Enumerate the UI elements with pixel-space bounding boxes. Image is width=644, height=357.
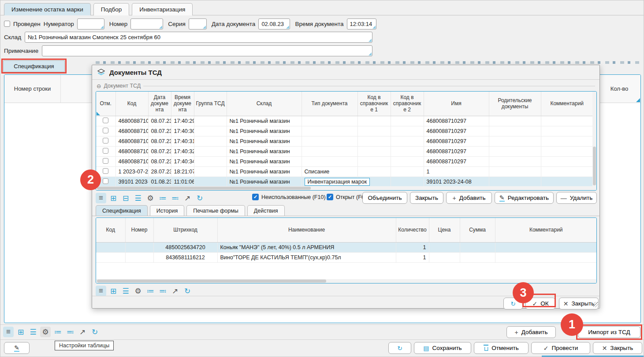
numbered-list-icon[interactable]: ≔: [157, 193, 168, 203]
numbered-list-icon[interactable]: ≔: [52, 327, 63, 337]
doc-table-hscrollbar[interactable]: [96, 186, 596, 190]
col-parents[interactable]: Родительские документы: [489, 92, 541, 116]
edit-doc-button[interactable]: ✎Редактировать: [495, 192, 554, 204]
col-spec-sum[interactable]: Сумма: [460, 218, 495, 242]
table-row[interactable]: 468008871029708.07.2317:40:29№1 Розничны…: [96, 116, 593, 126]
cell-otm[interactable]: [96, 136, 115, 146]
refresh-icon[interactable]: ↻: [194, 193, 205, 203]
doc-table-vscrollbar[interactable]: [592, 92, 596, 186]
tab-history[interactable]: История: [150, 205, 184, 216]
refresh-icon[interactable]: ↻: [89, 327, 100, 337]
cell-otm[interactable]: [96, 146, 115, 156]
doc-time-input[interactable]: 12:03:14: [347, 18, 376, 29]
export-icon[interactable]: ↗: [170, 286, 180, 296]
col-spec-comment[interactable]: Комментарий: [495, 218, 597, 242]
table-row[interactable]: 468008871029708.07.2317:40:32№1 Розничны…: [96, 146, 593, 156]
col-row-number[interactable]: Номер строки: [4, 75, 61, 103]
table-row[interactable]: 39101 2023-24-0801.08.2311:01:06№1 Розни…: [96, 177, 593, 187]
specification-section-button[interactable]: Спецификация: [3, 60, 65, 72]
row-checkbox[interactable]: [103, 158, 108, 164]
settings-gear-icon[interactable]: ⚙: [145, 193, 156, 203]
row-checkbox[interactable]: [103, 178, 108, 184]
add-row-icon[interactable]: ≕: [65, 327, 75, 337]
col-doc-type[interactable]: Тип документа: [302, 92, 357, 116]
filter-open[interactable]: ✓ Открыт (F6): [327, 194, 366, 200]
table-row[interactable]: 8436581116212Вино"ТОРЕ ДЕ КАСТИЛЬЯ ТЕМП"…: [96, 252, 597, 262]
close-window-button[interactable]: ✕Закрыть: [593, 342, 642, 354]
cell-otm[interactable]: [96, 116, 115, 126]
col-doc-time[interactable]: Время документа: [171, 92, 194, 116]
post-button[interactable]: ✓Провести: [531, 342, 590, 354]
numbered-list-icon[interactable]: ≔: [145, 286, 156, 296]
settings-gear-icon[interactable]: ⚙: [133, 286, 143, 296]
filter-icon[interactable]: ☰: [133, 193, 143, 203]
col-spec-number[interactable]: Номер: [125, 218, 153, 242]
grid-view-icon[interactable]: ⊞: [108, 193, 119, 203]
import-from-tsd-button[interactable]: Импорт из ТСД: [578, 326, 640, 338]
tab-izmenenie-ostatka-marki[interactable]: Изменение остатка марки: [4, 3, 91, 15]
row-view-icon[interactable]: ≡: [96, 193, 106, 203]
merge-button[interactable]: Объединить: [362, 192, 407, 204]
table-row[interactable]: 468008871029708.07.2317:40:34№1 Розничны…: [96, 156, 593, 166]
warehouse-input[interactable]: №1 Розничный магазин Смоленск 25 сентябр…: [25, 32, 372, 43]
cell-otm[interactable]: [96, 126, 115, 136]
tab-print-forms[interactable]: Печатные формы: [186, 205, 245, 216]
cell-otm[interactable]: [96, 156, 115, 166]
number-input[interactable]: [130, 18, 163, 29]
filter-unused[interactable]: ✓ Неиспользованные (F10): [252, 194, 326, 200]
grid-view-icon[interactable]: ⊞: [108, 286, 119, 296]
export-icon[interactable]: ↗: [77, 327, 88, 337]
calendar-icon[interactable]: ⊟: [120, 193, 131, 203]
row-view-icon[interactable]: ≡: [3, 327, 14, 337]
filter-icon[interactable]: ☰: [120, 286, 131, 296]
row-view-icon[interactable]: ≡: [96, 286, 106, 296]
refresh-main-button[interactable]: ↻: [388, 342, 411, 354]
col-otm[interactable]: Отм.: [96, 92, 115, 116]
focused-cell-value[interactable]: Инвентаризация марок: [305, 178, 370, 186]
col-spec-code[interactable]: Код: [96, 218, 125, 242]
filter-icon[interactable]: ☰: [28, 327, 38, 337]
add-row-icon[interactable]: ≕: [157, 286, 168, 296]
tab-podbor[interactable]: Подбор: [93, 3, 130, 15]
numerator-input[interactable]: [77, 18, 104, 29]
close-doc-button[interactable]: Закрыть: [410, 192, 443, 204]
open-editor-button[interactable]: ✎: [4, 342, 30, 354]
add-doc-button[interactable]: +Добавить: [446, 192, 492, 204]
close-dialog-button[interactable]: ✕Закрыть: [559, 298, 599, 309]
col-tsd-group[interactable]: Группа ТСД: [194, 92, 227, 116]
col-doc-date[interactable]: Дата документа: [148, 92, 171, 116]
table-row[interactable]: 468008871029708.07.2317:40:30№1 Розничны…: [96, 126, 593, 136]
tab-actions[interactable]: Действия: [247, 205, 285, 216]
doc-date-input[interactable]: 02.08.23: [258, 18, 290, 29]
col-spec-barcode[interactable]: Штрихкод: [153, 218, 217, 242]
resize-grip[interactable]: [593, 302, 599, 307]
open-checkbox[interactable]: ✓: [327, 194, 333, 200]
settings-gear-icon[interactable]: ⚙: [40, 327, 51, 337]
col-warehouse[interactable]: Склад: [227, 92, 302, 116]
tab-specification[interactable]: Спецификация: [96, 205, 148, 216]
col-qty[interactable]: Кол-во: [598, 75, 640, 103]
row-checkbox[interactable]: [103, 128, 108, 133]
col-code[interactable]: Код: [115, 92, 148, 116]
tab-inventarizaciya[interactable]: Инвентаризация: [132, 3, 193, 15]
delete-doc-button[interactable]: —Удалить: [556, 192, 597, 204]
unused-checkbox[interactable]: ✓: [252, 194, 259, 200]
table-row[interactable]: 4850025634720Коньяк "МАНЭ" (5 лет, 40%) …: [96, 242, 597, 252]
row-checkbox[interactable]: [103, 118, 108, 123]
col-name[interactable]: Имя: [424, 92, 489, 116]
series-input[interactable]: [189, 18, 207, 29]
cancel-button[interactable]: ⊔Отменить: [474, 342, 529, 354]
proveden-checkbox[interactable]: [4, 21, 10, 27]
col-ref2[interactable]: Код в справочнике 2: [391, 92, 424, 116]
row-checkbox[interactable]: [103, 168, 108, 174]
row-checkbox[interactable]: [103, 138, 108, 144]
col-ref1[interactable]: Код в справочнике 1: [357, 92, 391, 116]
table-row[interactable]: 1 2023-07-2828.07.2318:21:07№1 Розничный…: [96, 166, 593, 177]
add-row-icon[interactable]: ≕: [170, 193, 180, 203]
collapse-icon[interactable]: ⊖: [97, 83, 101, 89]
col-spec-qty[interactable]: Количество: [396, 218, 429, 242]
add-row-button[interactable]: +Добавить: [506, 326, 556, 338]
export-icon[interactable]: ↗: [182, 193, 193, 203]
grid-view-icon[interactable]: ⊞: [15, 327, 26, 337]
col-spec-price[interactable]: Цена: [429, 218, 460, 242]
